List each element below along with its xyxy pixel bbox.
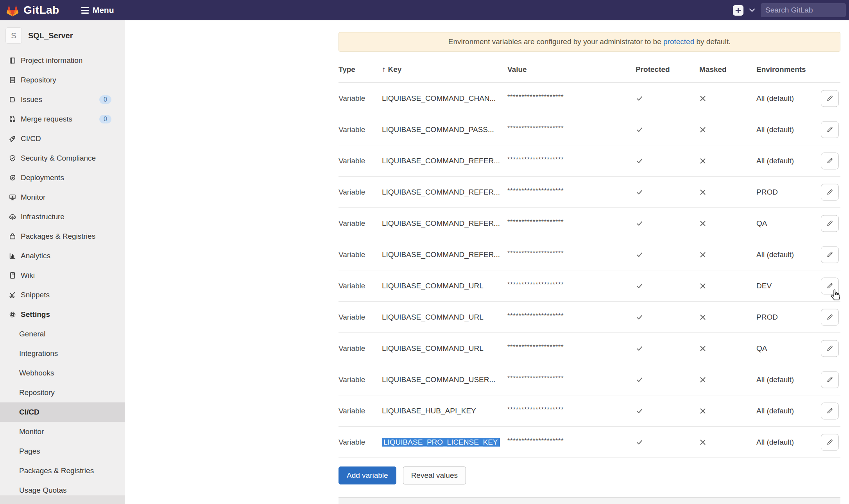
variable-row: Variable LIQUIBASE_COMMAND_USER... *****… [339, 364, 840, 395]
edit-variable-button[interactable] [821, 277, 839, 294]
sidebar-project-header[interactable]: S SQL_Server [0, 20, 125, 51]
gitlab-tanuki-icon [5, 4, 20, 17]
variable-row: Variable LIQUIBASE_COMMAND_URL *********… [339, 270, 840, 302]
sidebar-item-settings[interactable]: Settings [0, 305, 125, 324]
protected-check-icon [636, 282, 699, 290]
masked-x-icon [699, 407, 756, 415]
gitlab-home-link[interactable]: GitLab [5, 4, 59, 17]
column-header-key[interactable]: ↑Key [382, 65, 507, 74]
cloud-gear-icon [9, 213, 16, 221]
edit-variable-button[interactable] [821, 340, 839, 357]
sidebar-subitem-general[interactable]: General [0, 324, 125, 344]
masked-x-icon [699, 282, 756, 290]
protected-check-icon [636, 126, 699, 134]
sidebar-item-packages-registries[interactable]: Packages & Registries [0, 227, 125, 246]
issues-icon [9, 96, 16, 104]
protected-link[interactable]: protected [663, 38, 694, 46]
edit-variable-button[interactable] [821, 309, 839, 325]
sidebar-item-issues[interactable]: Issues 0 [0, 90, 125, 109]
sidebar-subitem-webhooks[interactable]: Webhooks [0, 363, 125, 383]
new-item-button[interactable] [733, 5, 743, 16]
variable-row: Variable LIQUIBASE_PRO_LICENSE_KEY *****… [339, 427, 840, 458]
variable-row: Variable LIQUIBASE_HUB_API_KEY *********… [339, 395, 840, 427]
variable-row: Variable LIQUIBASE_COMMAND_CHAN... *****… [339, 83, 840, 114]
shield-icon [9, 155, 16, 162]
column-header-environments: Environments [756, 65, 840, 74]
sidebar-item-security-compliance[interactable]: Security & Compliance [0, 148, 125, 168]
top-navigation-bar: GitLab Menu [0, 0, 849, 20]
sidebar-nav: Project information Repository Issues 0 … [0, 51, 125, 500]
brand-title: GitLab [23, 4, 59, 16]
sidebar-item-wiki[interactable]: Wiki [0, 266, 125, 285]
edit-variable-button[interactable] [821, 121, 839, 138]
column-header-value: Value [507, 65, 636, 74]
variable-row: Variable LIQUIBASE_COMMAND_URL *********… [339, 302, 840, 333]
masked-x-icon [699, 439, 756, 446]
sidebar-item-cicd[interactable]: CI/CD [0, 129, 125, 148]
sidebar-item-infrastructure[interactable]: Infrastructure [0, 207, 125, 227]
protected-check-icon [636, 376, 699, 384]
search-input[interactable] [765, 6, 841, 14]
sidebar-item-deployments[interactable]: Deployments [0, 168, 125, 188]
column-header-protected: Protected [636, 65, 699, 74]
edit-variable-button[interactable] [821, 215, 839, 232]
gear-icon [9, 311, 16, 318]
sidebar-subitem-repository[interactable]: Repository [0, 383, 125, 402]
variable-row: Variable LIQUIBASE_COMMAND_URL *********… [339, 333, 840, 364]
sort-ascending-icon: ↑ [382, 65, 386, 73]
sidebar-item-project-information[interactable]: Project information [0, 51, 125, 70]
variable-row: Variable LIQUIBASE_COMMAND_REFER... ****… [339, 177, 840, 208]
chevron-down-icon [749, 8, 755, 12]
protected-check-icon [636, 438, 699, 446]
sidebar-item-merge-requests[interactable]: Merge requests 0 [0, 109, 125, 129]
variable-row: Variable LIQUIBASE_COMMAND_REFER... ****… [339, 239, 840, 270]
variable-row: Variable LIQUIBASE_COMMAND_REFER... ****… [339, 208, 840, 239]
masked-x-icon [699, 345, 756, 352]
new-item-dropdown[interactable] [749, 8, 755, 12]
sidebar-item-repository[interactable]: Repository [0, 70, 125, 90]
reveal-values-button[interactable]: Reveal values [403, 466, 466, 484]
variables-table-header: Type ↑Key Value Protected Masked Environ… [339, 56, 840, 83]
menu-button[interactable]: Menu [81, 5, 114, 15]
sidebar-subitem-cicd[interactable]: CI/CD [0, 402, 125, 422]
document-icon [9, 77, 16, 84]
banner-text-before: Environment variables are configured by … [448, 38, 663, 46]
protected-check-icon [636, 95, 699, 102]
merge-requests-count-badge: 0 [99, 115, 111, 123]
package-icon [9, 233, 16, 240]
protected-check-icon [636, 407, 699, 415]
edit-variable-button[interactable] [821, 246, 839, 263]
menu-button-label: Menu [93, 5, 114, 15]
sidebar-subitem-pages[interactable]: Pages [0, 441, 125, 461]
edit-variable-button[interactable] [821, 90, 839, 107]
sidebar-subitem-packages-registries[interactable]: Packages & Registries [0, 461, 125, 481]
project-sidebar: S SQL_Server Project information Reposit… [0, 20, 125, 504]
edit-variable-button[interactable] [821, 371, 839, 388]
sidebar-item-analytics[interactable]: Analytics [0, 246, 125, 266]
masked-x-icon [699, 189, 756, 196]
scissors-icon [9, 291, 16, 299]
edit-variable-button[interactable] [821, 184, 839, 200]
edit-variable-button[interactable] [821, 402, 839, 419]
project-avatar: S [5, 27, 22, 44]
masked-x-icon [699, 376, 756, 383]
sidebar-item-snippets[interactable]: Snippets [0, 285, 125, 305]
protected-check-icon [636, 345, 699, 352]
masked-x-icon [699, 251, 756, 258]
sidebar-item-monitor[interactable]: Monitor [0, 188, 125, 207]
plus-icon [735, 7, 741, 13]
admin-protected-banner: Environment variables are configured by … [339, 32, 840, 52]
project-name: SQL_Server [28, 31, 73, 40]
sidebar-subitem-integrations[interactable]: Integrations [0, 344, 125, 363]
variable-row: Variable LIQUIBASE_COMMAND_REFER... ****… [339, 145, 840, 177]
edit-variable-button[interactable] [821, 434, 839, 450]
section-divider [339, 497, 840, 504]
edit-variable-button[interactable] [821, 152, 839, 169]
add-variable-button[interactable]: Add variable [339, 466, 396, 484]
masked-x-icon [699, 126, 756, 133]
main-content: Environment variables are configured by … [125, 20, 849, 504]
sidebar-subitem-monitor[interactable]: Monitor [0, 422, 125, 441]
merge-request-icon [9, 116, 16, 123]
masked-x-icon [699, 157, 756, 164]
monitor-icon [9, 194, 16, 201]
